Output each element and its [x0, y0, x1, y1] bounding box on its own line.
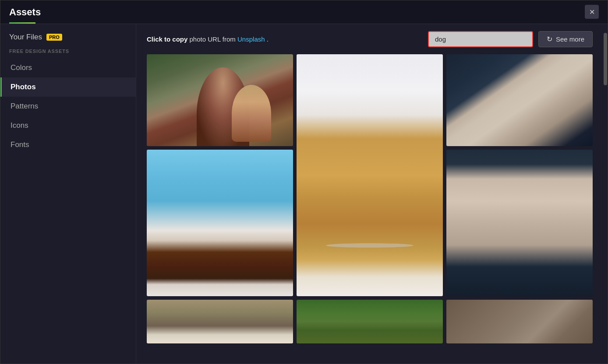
close-button[interactable]: ✕ — [585, 5, 599, 19]
click-to-copy-label: Click to copy — [147, 35, 187, 43]
see-more-button[interactable]: ↻ See more — [538, 31, 593, 47]
unsplash-link[interactable]: Unsplash — [237, 35, 265, 43]
photo-item-2[interactable] — [147, 150, 293, 296]
your-files-label: Your Files — [9, 33, 42, 42]
fonts-label: Fonts — [11, 140, 29, 149]
sidebar-item-patterns[interactable]: Patterns — [0, 97, 136, 116]
sidebar-item-photos[interactable]: Photos — [0, 77, 136, 97]
photos-label: Photos — [11, 83, 36, 91]
sidebar-item-icons[interactable]: Icons — [0, 116, 136, 135]
photo-grid — [136, 54, 603, 364]
photo-item-1[interactable] — [147, 54, 293, 146]
pro-badge: PRO — [46, 34, 62, 41]
panel-header: Assets ✕ — [0, 0, 608, 24]
sidebar-item-fonts[interactable]: Fonts — [0, 135, 136, 154]
top-bar: Click to copy photo URL from Unsplash . … — [136, 24, 603, 54]
panel-body: Your Files PRO FREE DESIGN ASSETS Colors… — [0, 24, 608, 364]
photo-item-4b[interactable] — [446, 150, 593, 296]
search-input[interactable] — [428, 31, 533, 47]
photo-item-5[interactable] — [297, 300, 443, 343]
your-files-section: Your Files PRO — [0, 33, 136, 49]
see-more-label: See more — [556, 35, 584, 43]
title-area: Assets — [9, 7, 41, 24]
top-bar-right: ↻ See more — [428, 31, 593, 47]
icons-label: Icons — [11, 121, 28, 130]
panel-title: Assets — [9, 7, 41, 21]
scrollbar-thumb — [604, 33, 607, 85]
photo-item-6[interactable] — [446, 300, 593, 343]
sidebar-item-colors[interactable]: Colors — [0, 58, 136, 77]
copy-text-area: Click to copy photo URL from Unsplash . — [147, 35, 269, 43]
photo-item-3[interactable] — [297, 54, 443, 296]
refresh-icon: ↻ — [547, 35, 552, 43]
colors-label: Colors — [11, 63, 32, 72]
copy-suffix: photo URL from — [190, 35, 238, 43]
patterns-label: Patterns — [11, 102, 38, 110]
sidebar: Your Files PRO FREE DESIGN ASSETS Colors… — [0, 24, 136, 364]
photo-item-4[interactable] — [446, 54, 593, 146]
free-design-assets-label: FREE DESIGN ASSETS — [0, 49, 136, 58]
photo-item-7[interactable] — [147, 300, 293, 343]
main-content: Click to copy photo URL from Unsplash . … — [136, 24, 603, 364]
right-scrollbar[interactable] — [603, 24, 608, 364]
copy-period: . — [267, 35, 269, 43]
assets-panel: Assets ✕ Your Files PRO FREE DESIGN ASSE… — [0, 0, 608, 364]
